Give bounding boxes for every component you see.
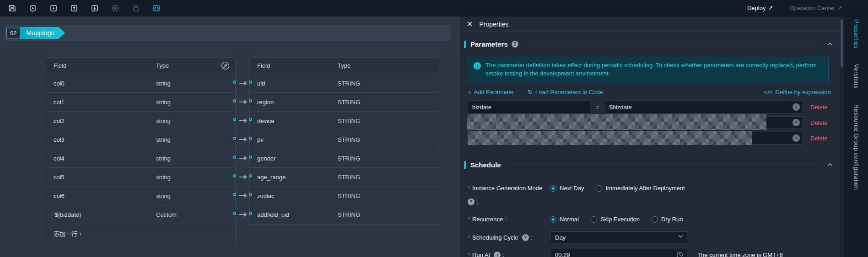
run-at-time-input[interactable]: 00:29 [550, 249, 687, 257]
define-by-expression-button[interactable]: </> Define by expression [764, 89, 831, 96]
help-icon[interactable]: ? [522, 234, 529, 241]
parameter-value-input[interactable] [605, 101, 803, 113]
mapping-connector[interactable] [231, 186, 254, 205]
stop-icon [111, 4, 119, 12]
properties-panel: ✕ Properties Parameters ? i The paramete… [460, 16, 840, 257]
tab-properties[interactable]: Properties [853, 19, 860, 48]
clear-icon[interactable]: × [793, 134, 800, 142]
source-port-icon [233, 174, 236, 177]
chevron-down-icon [678, 235, 683, 238]
table-row[interactable]: col5string [46, 168, 235, 187]
vertical-scrollbar[interactable] [840, 16, 844, 257]
target-port-icon [249, 137, 252, 140]
tab-resource-group-configuration[interactable]: Resource Group configuration [853, 104, 860, 190]
label-colon: : [477, 198, 479, 205]
radio-next-day[interactable]: Next Day [550, 185, 584, 192]
mapping-connector[interactable] [231, 130, 254, 149]
table-row[interactable]: genderSTRING [250, 149, 439, 168]
lock-icon [132, 4, 140, 12]
type-cell: string [156, 193, 171, 199]
table-row[interactable]: col1string [46, 93, 235, 112]
save-icon[interactable] [8, 4, 16, 12]
target-port-icon [249, 155, 252, 159]
type-cell: string [156, 118, 171, 124]
section-accent-bar [464, 41, 466, 48]
radio-selected-icon [550, 216, 556, 223]
tab-versions[interactable]: Versions [853, 64, 860, 89]
target-port-icon [249, 80, 252, 84]
redacted-blur-overlay [468, 131, 752, 145]
table-row[interactable]: col6string [46, 187, 235, 205]
mapping-connector[interactable] [231, 167, 254, 186]
load-parameters-button[interactable]: ↻ Load Parameters in Code [528, 89, 603, 96]
add-row-button[interactable]: 添加一行 + [46, 224, 235, 243]
deploy-button[interactable]: Deploy ↗ [747, 5, 773, 11]
type-cell: string [156, 99, 171, 106]
table-row[interactable]: zodiacSTRING [250, 187, 439, 205]
clear-icon[interactable]: × [793, 103, 800, 111]
table-row[interactable]: age_rangeSTRING [250, 168, 439, 187]
table-row[interactable]: addfield_uidSTRING [250, 205, 439, 224]
instance-generation-mode-row: * Instance Generation Mode Next Day Imme… [468, 185, 831, 192]
info-icon: i [474, 62, 481, 70]
table-row[interactable]: uidSTRING [250, 74, 439, 93]
field-cell: region [250, 99, 338, 106]
collapse-chevron-up-icon[interactable] [827, 43, 833, 46]
parameter-name-input[interactable] [468, 101, 590, 113]
field-cell: age_range [250, 174, 338, 181]
type-cell: STRING [338, 193, 360, 199]
parameter-row: = × Delete [468, 101, 830, 113]
table-row[interactable]: deviceSTRING [250, 112, 439, 130]
table-row[interactable]: col4string [46, 149, 235, 168]
run-at-row: * Run At i : 00:29 The current time zone… [468, 249, 831, 257]
parameters-info-banner: i The parameter definition takes effect … [468, 57, 829, 82]
delete-link[interactable]: Delete [810, 104, 830, 111]
target-table-header: Field Type [250, 58, 439, 74]
scrollbar-thumb[interactable] [841, 19, 843, 67]
table-row[interactable]: '${bizdate}Custom [46, 205, 235, 224]
info-icon[interactable]: i [494, 252, 501, 257]
operation-center-button[interactable]: Operation Center ↗ [789, 5, 842, 11]
radio-normal[interactable]: Normal [550, 216, 579, 223]
radio-immediately-after-deployment[interactable]: Immediately After Deployment [596, 185, 685, 192]
clear-icon[interactable]: × [793, 119, 800, 126]
upload-icon[interactable] [70, 4, 78, 12]
source-port-icon [233, 212, 236, 215]
table-row[interactable]: col2string [46, 112, 235, 130]
section-accent-bar [464, 161, 466, 169]
refresh-icon: ↻ [528, 89, 533, 96]
submit-icon[interactable] [49, 4, 58, 12]
mapping-connector[interactable] [231, 149, 254, 167]
type-cell: string [156, 174, 171, 181]
download-icon[interactable] [91, 4, 99, 12]
field-cell: '${bizdate} [46, 211, 156, 218]
delete-link[interactable]: Delete [810, 135, 830, 142]
source-port-icon [233, 155, 236, 159]
code-diff-icon[interactable] [152, 4, 161, 12]
radio-skip-execution[interactable]: Skip Execution [591, 216, 640, 223]
table-row[interactable]: pvSTRING [250, 130, 439, 149]
arrow-icon [244, 212, 247, 217]
run-icon[interactable] [29, 4, 37, 12]
mappings-step-badge: 02 Mappings [6, 27, 65, 39]
add-parameter-button[interactable]: + Add Parameter [468, 89, 514, 96]
help-icon[interactable]: ? [512, 41, 518, 48]
radio-dry-run[interactable]: Dry Run [652, 216, 683, 223]
edit-pencil-icon[interactable] [221, 61, 230, 71]
arrow-icon [244, 137, 247, 142]
mapping-connector[interactable] [231, 111, 254, 130]
arrow-icon [244, 100, 247, 104]
toolbar-right-group: Deploy ↗ Operation Center ↗ [747, 5, 860, 11]
collapse-chevron-up-icon[interactable] [827, 163, 833, 166]
table-row[interactable]: regionSTRING [250, 93, 439, 112]
mapping-connector[interactable] [231, 74, 254, 92]
mapping-connector[interactable] [231, 92, 254, 111]
table-row[interactable]: col3string [46, 130, 235, 149]
table-row[interactable]: col0string [46, 74, 235, 93]
close-icon[interactable]: ✕ [467, 21, 473, 28]
scheduling-cycle-select[interactable]: Day [550, 231, 687, 243]
mapping-connector[interactable] [231, 205, 254, 224]
target-port-icon [249, 193, 252, 196]
help-icon[interactable]: ? [468, 198, 474, 205]
delete-link[interactable]: Delete [810, 119, 830, 126]
